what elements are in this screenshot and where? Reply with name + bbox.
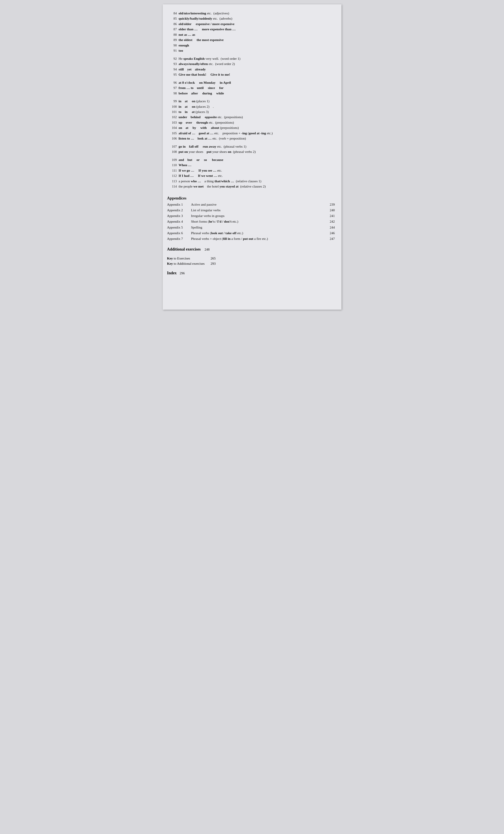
entry-90: 90 enough	[167, 43, 335, 48]
entry-num: 99	[167, 99, 177, 104]
entry-101: 101 to in at (places 3)	[167, 109, 335, 114]
entry-group-2: 92 He speaks English very well. (word or…	[167, 56, 335, 77]
entry-content: at 8 o'clock on Monday in April	[179, 80, 335, 85]
appendix-label: Appendix 4	[167, 219, 191, 224]
entry-content: still yet already	[179, 67, 335, 72]
key-label: Key to Exercises	[167, 257, 211, 260]
entry-104: 104 on at by with about (prepositions)	[167, 125, 335, 130]
appendix-label: Appendix 2	[167, 207, 191, 213]
entry-96: 96 at 8 o'clock on Monday in April	[167, 80, 335, 85]
key-row-2: Key to Additional exercises 293	[167, 262, 335, 266]
entry-content: and but or so because	[179, 157, 335, 162]
entry-num: 106	[167, 136, 177, 141]
entry-103: 103 up over through etc. (prepositions)	[167, 120, 335, 125]
entry-content: a person who … a thing that/which … (rel…	[179, 179, 335, 183]
appendix-7: Appendix 7 Phrasal verbs + object (fill …	[167, 236, 335, 241]
entry-content: He speaks English very well. (word order…	[179, 56, 335, 61]
appendix-label: Appendix 1	[167, 202, 191, 207]
entry-group-5: 107 go in fall off run away etc. (phrasa…	[167, 144, 335, 154]
entry-88: 88 not as … as	[167, 32, 335, 37]
key-page: 265	[211, 257, 216, 260]
entry-114: 114 the people we met the hotel you stay…	[167, 184, 335, 189]
appendix-desc: Spelling	[191, 225, 326, 230]
entry-num: 93	[167, 62, 177, 66]
entry-98: 98 before after during while	[167, 91, 335, 96]
appendix-page: 240	[330, 207, 335, 213]
entry-content: to in at (places 3)	[179, 109, 335, 114]
entry-content: afraid of … good at … etc. preposition +…	[179, 131, 335, 136]
entry-107: 107 go in fall off run away etc. (phrasa…	[167, 144, 335, 149]
appendices-title: Appendices	[167, 196, 335, 201]
appendices-section: Appendices Appendix 1 Active and passive…	[167, 196, 335, 241]
entry-89: 89 the oldest the most expensive	[167, 38, 335, 42]
entry-num: 95	[167, 72, 177, 77]
appendix-desc: Phrasal verbs + object (fill in a form /…	[191, 236, 326, 241]
entry-num: 84	[167, 11, 177, 16]
entry-content: on at by with about (prepositions)	[179, 125, 335, 130]
entry-85: 85 quickly/badly/suddenly etc. (adverbs)	[167, 16, 335, 21]
entry-content: too	[179, 48, 335, 53]
entry-content: in at on (places 2) .	[179, 104, 335, 109]
entry-109: 109 and but or so because	[167, 157, 335, 162]
entry-113: 113 a person who … a thing that/which … …	[167, 179, 335, 183]
entry-group-3: 96 at 8 o'clock on Monday in April 97 fr…	[167, 80, 335, 96]
entry-108: 108 put on your shoes put your shoes on …	[167, 149, 335, 154]
appendix-5: Appendix 5 Spelling 244	[167, 225, 335, 230]
appendix-1: Appendix 1 Active and passive 239	[167, 202, 335, 207]
additional-exercises-row: Additional exercises 248	[167, 247, 335, 251]
entry-num: 105	[167, 131, 177, 136]
entry-91: 91 too	[167, 48, 335, 53]
entry-num: 88	[167, 32, 177, 37]
index-label: Index	[167, 271, 177, 276]
entry-num: 109	[167, 157, 177, 162]
entry-94: 94 still yet already	[167, 67, 335, 72]
entry-num: 108	[167, 149, 177, 154]
entry-num: 107	[167, 144, 177, 149]
appendix-page: 239	[330, 202, 335, 207]
entry-106: 106 listen to … look at … etc. (verb + p…	[167, 136, 335, 141]
appendix-page: 241	[330, 213, 335, 218]
entry-content: go in fall off run away etc. (phrasal ve…	[179, 144, 335, 149]
entry-num: 96	[167, 80, 177, 85]
entry-content: When …	[179, 163, 335, 168]
entry-content: enough	[179, 43, 335, 48]
index-row: Index 296	[167, 271, 335, 276]
additional-exercises-title: Additional exercises	[167, 247, 201, 251]
entry-110: 110 When …	[167, 163, 335, 168]
entry-content: from … to until since for	[179, 86, 335, 90]
entry-105: 105 afraid of … good at … etc. prepositi…	[167, 131, 335, 136]
appendix-6: Appendix 6 Phrasal verbs (look out / tak…	[167, 231, 335, 236]
entry-group-4: 99 in at on (places 1) 100 in at on (pla…	[167, 99, 335, 141]
entry-content: If we go … If you see … etc.	[179, 168, 335, 173]
appendix-page: 242	[330, 219, 335, 224]
entry-92: 92 He speaks English very well. (word or…	[167, 56, 335, 61]
appendix-desc: Irregular verbs in groups	[191, 213, 326, 218]
entry-93: 93 always/usually/often etc. (word order…	[167, 62, 335, 66]
entry-97: 97 from … to until since for	[167, 86, 335, 90]
entry-content: quickly/badly/suddenly etc. (adverbs)	[179, 16, 335, 21]
entry-content: put on your shoes put your shoes on (phr…	[179, 149, 335, 154]
entry-95: 95 Give me that book! Give it to me!	[167, 72, 335, 77]
entry-99: 99 in at on (places 1)	[167, 99, 335, 104]
page: 84 old/nice/interesting etc. (adjectives…	[163, 4, 341, 310]
entry-num: 97	[167, 86, 177, 90]
entry-num: 89	[167, 38, 177, 42]
entry-num: 113	[167, 179, 177, 183]
entry-num: 112	[167, 173, 177, 178]
key-page: 293	[211, 262, 216, 266]
entry-num: 85	[167, 16, 177, 21]
appendix-desc: Short forms (he's / I'd / don't etc.)	[191, 219, 326, 224]
entry-num: 101	[167, 109, 177, 114]
entry-content: under behind opposite etc. (prepositions…	[179, 115, 335, 119]
appendix-desc: Phrasal verbs (look out / take off etc.)	[191, 231, 326, 236]
appendix-desc: Active and passive	[191, 202, 326, 207]
entry-num: 98	[167, 91, 177, 96]
entry-num: 94	[167, 67, 177, 72]
entry-100: 100 in at on (places 2) .	[167, 104, 335, 109]
entry-num: 87	[167, 27, 177, 31]
appendix-label: Appendix 5	[167, 225, 191, 230]
entry-content: If I had … If we went … etc.	[179, 173, 335, 178]
entry-num: 86	[167, 22, 177, 26]
entry-content: older than … more expensive than …	[179, 27, 335, 31]
entry-num: 104	[167, 125, 177, 130]
